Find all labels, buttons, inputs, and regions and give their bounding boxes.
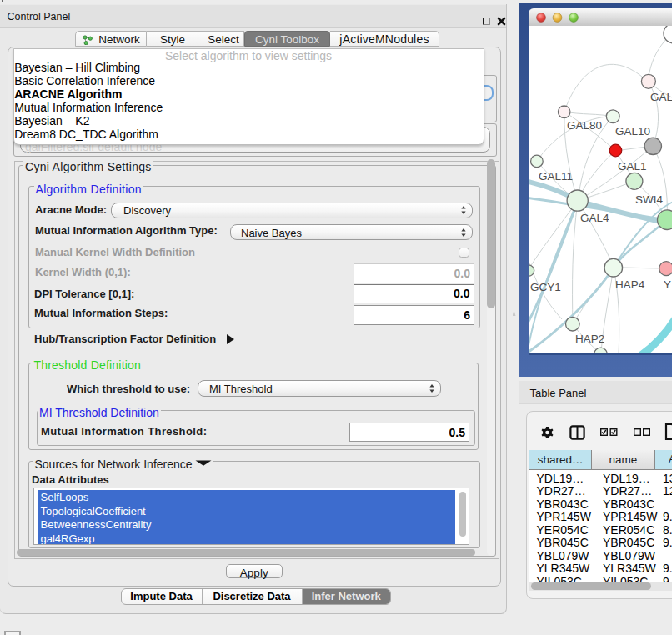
svg-text:GAL1: GAL1: [618, 160, 647, 172]
svg-text:GAL11: GAL11: [539, 170, 573, 182]
svg-text:GAL80: GAL80: [567, 119, 602, 132]
svg-text:GAL10: GAL10: [615, 125, 650, 138]
svg-text:GAL: GAL: [650, 91, 672, 103]
svg-text:SWI4: SWI4: [635, 193, 663, 206]
svg-text:Y: Y: [664, 278, 671, 291]
svg-text:GAL4: GAL4: [580, 212, 609, 224]
svg-text:HAP2: HAP2: [575, 332, 604, 345]
svg-text:HAP4: HAP4: [615, 278, 645, 291]
svg-text:GCY1: GCY1: [530, 281, 561, 293]
